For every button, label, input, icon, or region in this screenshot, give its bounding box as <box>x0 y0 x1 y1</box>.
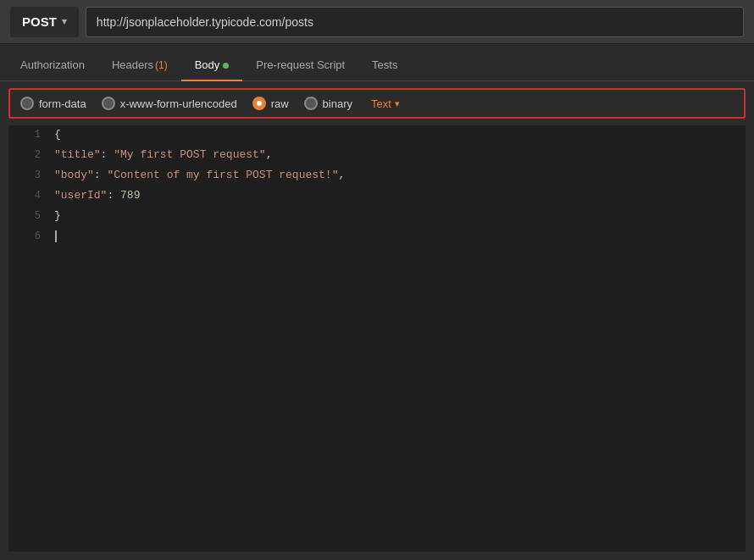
code-line-2: 2 "title": "My first POST request", <box>17 146 737 166</box>
radio-binary[interactable] <box>304 97 318 110</box>
tab-body[interactable]: Body <box>181 50 243 81</box>
option-x-www-form-urlencoded[interactable]: x-www-form-urlencoded <box>102 97 237 110</box>
tab-pre-request[interactable]: Pre-request Script <box>242 50 358 81</box>
option-raw[interactable]: raw <box>252 97 289 110</box>
tab-tests-label: Tests <box>372 58 397 71</box>
line-content-3: "body": "Content of my first POST reques… <box>47 167 352 183</box>
line-content-1: { <box>47 126 68 142</box>
code-line-3: 3 "body": "Content of my first POST requ… <box>17 166 737 186</box>
line-num-3: 3 <box>17 167 47 183</box>
option-form-data[interactable]: form-data <box>20 97 86 110</box>
tab-headers-label: Headers <box>112 58 153 71</box>
main-content: form-data x-www-form-urlencoded raw bina… <box>0 81 754 560</box>
tab-body-label: Body <box>195 58 220 71</box>
code-line-4: 4 "userId": 789 <box>17 186 737 207</box>
tab-bar: Authorization Headers(1) Body Pre-reques… <box>0 44 754 81</box>
line-num-5: 5 <box>17 208 47 224</box>
body-options-bar: form-data x-www-form-urlencoded raw bina… <box>8 88 746 119</box>
label-raw: raw <box>271 97 289 110</box>
line-content-4: "userId": 789 <box>47 187 147 203</box>
text-type-dropdown[interactable]: Text ▾ <box>371 97 400 110</box>
tab-pre-request-label: Pre-request Script <box>256 58 345 71</box>
line-content-2: "title": "My first POST request", <box>47 147 279 163</box>
line-num-1: 1 <box>17 126 47 142</box>
body-active-dot <box>223 63 229 69</box>
top-bar: POST ▾ <box>0 0 754 44</box>
tab-tests[interactable]: Tests <box>358 50 411 81</box>
line-content-5: } <box>47 208 68 224</box>
method-button[interactable]: POST ▾ <box>10 7 79 37</box>
label-binary: binary <box>323 97 352 110</box>
code-line-6: 6 <box>17 227 737 247</box>
line-content-6 <box>47 228 64 244</box>
tab-authorization[interactable]: Authorization <box>7 50 98 81</box>
label-x-www-form-urlencoded: x-www-form-urlencoded <box>120 97 237 110</box>
line-num-4: 4 <box>17 187 47 203</box>
method-chevron: ▾ <box>62 16 67 27</box>
code-line-1: 1 { <box>17 125 737 146</box>
radio-form-data[interactable] <box>20 97 34 110</box>
code-editor[interactable]: 1 { 2 "title": "My first POST request", … <box>8 125 746 552</box>
headers-badge: (1) <box>155 59 168 71</box>
line-num-6: 6 <box>17 228 47 244</box>
method-label: POST <box>22 14 57 29</box>
label-form-data: form-data <box>39 97 86 110</box>
tab-authorization-label: Authorization <box>20 58 85 71</box>
code-line-5: 5 } <box>17 207 737 227</box>
editor-area[interactable]: 1 { 2 "title": "My first POST request", … <box>17 125 737 247</box>
text-type-label: Text <box>371 97 391 110</box>
radio-raw[interactable] <box>252 97 266 110</box>
text-dropdown-chevron: ▾ <box>395 98 400 109</box>
radio-x-www-form-urlencoded[interactable] <box>102 97 115 110</box>
line-num-2: 2 <box>17 147 47 163</box>
tab-headers[interactable]: Headers(1) <box>98 50 181 81</box>
option-binary[interactable]: binary <box>304 97 352 110</box>
url-input[interactable] <box>86 7 744 37</box>
